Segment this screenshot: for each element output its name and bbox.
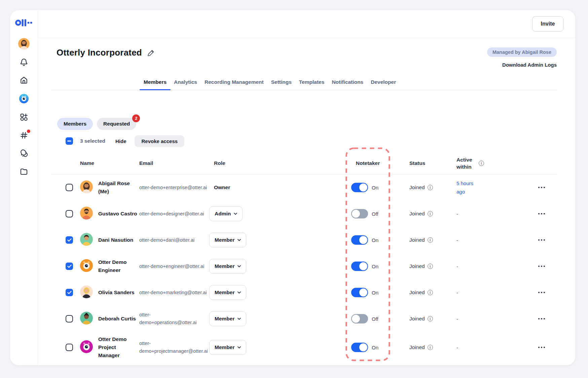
member-name: Olivia Sanders	[98, 288, 139, 297]
edit-title-icon[interactable]	[147, 49, 155, 57]
app-window: Invite Otterly Incorporated Managed by A…	[10, 10, 575, 365]
toggle-knob	[359, 262, 367, 270]
sidebar-apps-add-icon[interactable]	[20, 113, 28, 122]
main-content: Invite Otterly Incorporated Managed by A…	[38, 10, 575, 365]
info-icon[interactable]: i	[479, 161, 484, 166]
toggle-knob	[352, 210, 360, 218]
row-menu-button[interactable]	[526, 266, 557, 267]
hide-button[interactable]: Hide	[115, 138, 126, 144]
chevron-down-icon	[237, 318, 241, 320]
toggle-knob	[359, 343, 367, 351]
active-within-value: -	[456, 316, 458, 322]
member-email: otter-demo+engineer@otter.ai	[139, 263, 209, 270]
tab-recording-management[interactable]: Recording Management	[205, 79, 264, 85]
sidebar-otter-assistant-icon[interactable]	[19, 94, 29, 103]
column-header-status: Status	[390, 160, 454, 166]
active-within-value: -	[456, 345, 458, 350]
column-header-notetaker: Notetaker	[345, 160, 390, 166]
member-avatar	[80, 215, 93, 220]
role-dropdown[interactable]: Member	[209, 233, 246, 247]
row-menu-button[interactable]	[526, 347, 557, 348]
notetaker-toggle[interactable]	[351, 262, 368, 271]
row-select-checkbox[interactable]	[66, 184, 73, 191]
notetaker-toggle[interactable]	[351, 209, 368, 218]
ellipsis-icon	[538, 347, 545, 348]
info-icon[interactable]: i	[428, 185, 433, 190]
revoke-access-button[interactable]: Revoke access	[135, 135, 184, 147]
info-icon[interactable]: i	[428, 264, 433, 269]
member-avatar	[80, 188, 93, 194]
row-menu-button[interactable]	[526, 292, 557, 293]
row-select-checkbox[interactable]	[66, 263, 73, 270]
sidebar-folders-icon[interactable]	[20, 167, 28, 176]
row-select-checkbox[interactable]	[66, 210, 73, 217]
download-admin-logs-link[interactable]: Download Admin Logs	[502, 62, 557, 68]
info-icon[interactable]: i	[428, 237, 433, 243]
info-icon[interactable]: i	[428, 290, 433, 295]
notetaker-state-label: On	[372, 290, 378, 296]
active-within-link[interactable]: 5 hours ago	[456, 179, 480, 196]
member-email: otter-demo+marketing@otter.ai	[139, 289, 209, 297]
otter-wordmark-logo[interactable]	[15, 18, 33, 27]
table-row: Otter Demo Engineer otter-demo+engineer@…	[51, 253, 557, 279]
ellipsis-icon	[538, 266, 545, 267]
select-all-checkbox[interactable]	[66, 137, 73, 145]
active-within-value: -	[456, 290, 458, 296]
role-dropdown[interactable]: Member	[209, 311, 246, 326]
column-header-email: Email	[139, 160, 209, 166]
member-avatar	[80, 320, 93, 325]
tab-notifications[interactable]: Notifications	[332, 79, 363, 85]
members-filter-pill[interactable]: Members	[57, 118, 93, 130]
role-dropdown[interactable]: Member	[209, 285, 246, 300]
row-select-checkbox[interactable]	[66, 315, 73, 322]
notetaker-toggle[interactable]	[351, 288, 368, 297]
role-dropdown[interactable]: Member	[209, 259, 246, 274]
sidebar-chat-icon[interactable]	[20, 149, 28, 158]
member-email: otter-demo+designer@otter.ai	[139, 210, 209, 218]
unread-red-dot	[27, 130, 30, 133]
info-icon[interactable]: i	[428, 316, 433, 321]
role-text: Owner	[209, 184, 230, 190]
row-menu-button[interactable]	[526, 187, 557, 188]
requested-filter-label: Requested	[103, 121, 130, 127]
toggle-knob	[359, 288, 367, 297]
row-select-checkbox[interactable]	[66, 344, 73, 351]
page-background: Invite Otterly Incorporated Managed by A…	[0, 0, 588, 378]
member-email: otter-demo+enterprise@otter.ai	[139, 184, 209, 192]
info-icon[interactable]: i	[428, 345, 433, 350]
row-menu-button[interactable]	[526, 318, 557, 319]
row-select-checkbox[interactable]	[66, 236, 73, 244]
tab-bar-divider: MembersAnalyticsRecording ManagementSett…	[51, 79, 557, 90]
invite-button[interactable]: Invite	[532, 16, 563, 32]
status-text: Joined	[409, 184, 425, 191]
requested-filter-pill[interactable]: Requested 2	[97, 118, 136, 130]
tab-members[interactable]: Members	[144, 79, 167, 85]
active-within-value: -	[456, 264, 458, 269]
active-within-value: -	[456, 237, 458, 243]
tab-developer[interactable]: Developer	[371, 79, 396, 85]
member-avatar	[80, 294, 93, 299]
tab-analytics[interactable]: Analytics	[174, 79, 197, 85]
notetaker-toggle[interactable]	[351, 183, 368, 192]
sidebar-notifications-bell-icon[interactable]	[20, 58, 28, 66]
info-icon[interactable]: i	[428, 211, 433, 216]
sidebar-profile-avatar-icon[interactable]	[18, 38, 30, 49]
notetaker-toggle[interactable]	[351, 343, 368, 352]
role-dropdown[interactable]: Member	[209, 340, 246, 355]
column-header-role: Role	[209, 160, 345, 166]
notetaker-toggle[interactable]	[351, 314, 368, 323]
tab-settings[interactable]: Settings	[271, 79, 292, 85]
status-text: Joined	[409, 289, 425, 296]
member-email: otter-demo+projectmanager@otter.ai	[139, 340, 209, 355]
row-menu-button[interactable]	[526, 239, 557, 241]
row-select-checkbox[interactable]	[66, 289, 73, 296]
notetaker-toggle[interactable]	[351, 235, 368, 245]
sidebar-channels-hash-icon[interactable]	[20, 131, 28, 140]
member-email: otter-demo+operations@otter.ai	[139, 311, 209, 327]
row-menu-button[interactable]	[526, 213, 557, 214]
active-within-label: Active within	[456, 156, 476, 170]
members-table: Name Email Role Notetaker Status Active …	[51, 152, 557, 363]
role-dropdown[interactable]: Admin	[209, 206, 243, 221]
sidebar-home-icon[interactable]	[20, 76, 28, 84]
tab-templates[interactable]: Templates	[299, 79, 325, 85]
